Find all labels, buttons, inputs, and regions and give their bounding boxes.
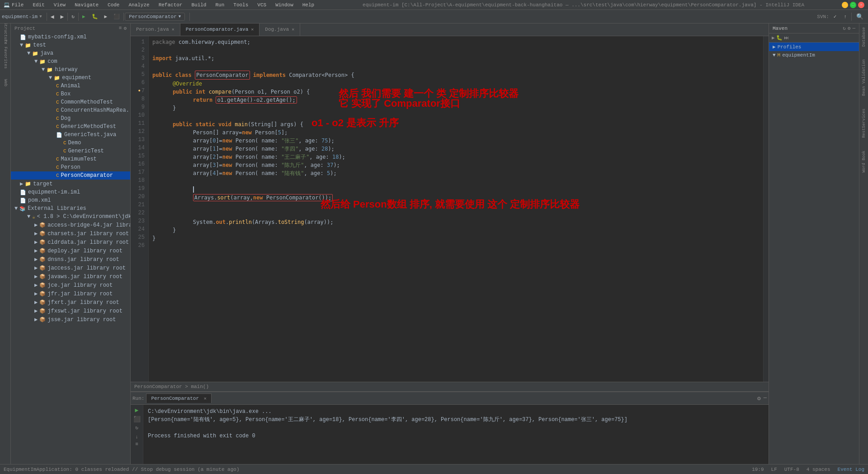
maven-debug-icon[interactable]: 🐛 — [776, 35, 783, 41]
sidebar-item-mybatis[interactable]: 📄 mybatis-config.xml — [11, 33, 130, 41]
maven-collapse-icon[interactable]: — — [852, 25, 855, 31]
run-play-icon[interactable]: ▶ — [135, 407, 139, 414]
sidebar-item-java[interactable]: ▼ 📁 java — [11, 49, 130, 57]
run-restart-icon[interactable]: ↻ — [135, 425, 138, 431]
close-button[interactable]: ✕ — [858, 2, 864, 8]
menu-help[interactable]: Help — [301, 1, 316, 9]
menu-vcs[interactable]: VCS — [255, 1, 268, 9]
rest-services-tab[interactable]: RestServices — [862, 109, 866, 138]
tab-person-close[interactable]: ✕ — [172, 27, 175, 32]
sidebar-item-person[interactable]: C Person — [11, 163, 130, 171]
menu-analyze[interactable]: Analyze — [127, 1, 151, 9]
run-config-selector[interactable]: PersonComparator ▼ — [125, 13, 185, 21]
menu-file[interactable]: File — [10, 1, 25, 9]
menu-view[interactable]: View — [52, 1, 67, 9]
menu-navigate[interactable]: Navigate — [73, 1, 100, 9]
sidebar-item-hierway[interactable]: ▼ 📁 hierway — [11, 66, 130, 74]
sidebar-item-maximumtest[interactable]: C MaximumTest — [11, 155, 130, 163]
sidebar-item-com[interactable]: ▼ 📁 com — [11, 57, 130, 66]
toolbar-forward[interactable]: ▶ — [57, 12, 66, 22]
sidebar-label-dnsns: dnsns.jar library root — [47, 256, 119, 263]
sidebar-item-concurrenthashmap[interactable]: C ConcurrentHashMapRea... — [11, 106, 130, 114]
word-book-tab[interactable]: Word Book — [862, 151, 866, 173]
sidebar-item-iml[interactable]: 📄 equipment-im.iml — [11, 188, 130, 196]
toolbar-coverage[interactable]: ▶ — [102, 12, 110, 21]
sidebar-item-target[interactable]: ▶ 📁 target — [11, 180, 130, 188]
sidebar-item-jce[interactable]: ▶ 📦 jce.jar library root — [11, 281, 130, 289]
menu-tools[interactable]: Tools — [231, 1, 250, 9]
sidebar-item-equipment[interactable]: ▼ 📁 equipment — [11, 74, 130, 82]
menu-refactor[interactable]: Refactor — [157, 1, 184, 9]
toolbar-debug[interactable]: 🐛 — [89, 12, 101, 21]
code-scrollbar[interactable] — [763, 36, 769, 382]
tab-dog-java[interactable]: Dog.java ✕ — [259, 24, 300, 36]
maximize-button[interactable]: □ — [850, 2, 856, 8]
run-config-tab[interactable]: PersonComparator ✕ — [146, 393, 211, 403]
tab-person-java[interactable]: Person.java ✕ — [131, 24, 180, 36]
sidebar-item-commonmethodtest[interactable]: C CommonMethodTest — [11, 98, 130, 106]
tab-dog-close[interactable]: ✕ — [292, 27, 294, 32]
sidebar-item-jfxswt[interactable]: ▶ 📦 jfxswt.jar library root — [11, 307, 130, 315]
maven-settings-icon[interactable]: ⚙ — [848, 25, 851, 31]
sidebar-item-jdk18[interactable]: ▼ ☕ < 1.8 > C:\devEnvironment\jdk — [11, 213, 130, 221]
maven-equipment-item[interactable]: ▼ M equipmentIm — [769, 51, 859, 59]
code-editor[interactable]: 1 2 3 4 5 6 ●7 8 9 10 11 12 13 14 15 16 — [131, 36, 769, 382]
run-tab-close[interactable]: ✕ — [204, 396, 207, 401]
sidebar-item-generictest-file[interactable]: 📄 GenericTest.java — [11, 131, 130, 139]
event-log-link[interactable]: Event Log — [838, 467, 864, 472]
sidebar-item-cldrdata[interactable]: ▶ 📦 cldrdata.jar library root — [11, 238, 130, 246]
menu-run[interactable]: Run — [213, 1, 226, 9]
sidebar-item-pom[interactable]: 📄 pom.xml — [11, 196, 130, 204]
toolbar-svn-commit[interactable]: ↑ — [841, 13, 849, 21]
sidebar-item-personcomparator[interactable]: C PersonComparator — [11, 171, 130, 180]
sidebar-item-jaccess[interactable]: ▶ 📦 jaccess.jar library root — [11, 264, 130, 272]
sidebar-item-javaws[interactable]: ▶ 📦 javaws.jar library root — [11, 272, 130, 281]
sidebar-item-jsse[interactable]: ▶ 📦 jsse.jar library root — [11, 315, 130, 324]
sidebar-item-test[interactable]: ▼ 📁 test — [11, 41, 130, 49]
maven-profiles-item[interactable]: ▶ Profiles — [769, 43, 859, 51]
maven-refresh-icon[interactable]: ↻ — [843, 25, 846, 31]
menu-window[interactable]: Window — [274, 1, 295, 9]
toolbar-stop[interactable]: ⬛ — [111, 12, 123, 21]
maven-skip-icon[interactable]: ⏭ — [784, 35, 789, 41]
sidebar-item-dog[interactable]: C Dog — [11, 114, 130, 123]
code-content[interactable]: 然后 我们需要 建一个 类 定制排序比较器 它 实现了 Comparator接口… — [149, 36, 763, 382]
sidebar-item-dnsns[interactable]: ▶ 📦 dnsns.jar library root — [11, 255, 130, 264]
run-settings-icon[interactable]: ⚙ — [757, 395, 761, 402]
run-stop-icon[interactable]: ⬛ — [133, 416, 141, 423]
structure-icon[interactable]: 2: Structure — [1, 25, 9, 33]
menu-code[interactable]: Code — [106, 1, 121, 9]
run-tree-icon[interactable]: ≡ — [135, 441, 138, 447]
tab-personcomparator-close[interactable]: ✕ — [251, 27, 254, 32]
maven-run-icon[interactable]: ▶ — [772, 35, 775, 41]
run-minimize-icon[interactable]: — — [764, 395, 767, 402]
minimize-button[interactable]: — — [842, 2, 848, 8]
web-icon[interactable]: Web — [1, 79, 9, 87]
sidebar-item-deploy[interactable]: ▶ 📦 deploy.jar library root — [11, 246, 130, 255]
toolbar-refresh[interactable]: ↻ — [69, 12, 77, 21]
favorites-icon[interactable]: 2: Favorites — [1, 50, 9, 58]
sidebar-item-jfxrt[interactable]: ▶ 📦 jfxrt.jar library root — [11, 298, 130, 307]
project-selector[interactable]: equipment-im — [2, 14, 38, 19]
toolbar-search[interactable]: 🔍 — [854, 12, 866, 22]
tab-personcomparator-java[interactable]: PersonComparator.java ✕ — [180, 24, 260, 36]
settings-gear-icon[interactable]: ⚙ — [123, 25, 127, 31]
toolbar-svn-update[interactable]: ✓ — [831, 12, 840, 21]
menu-edit[interactable]: Edit — [31, 1, 46, 9]
collapse-all-icon[interactable]: ≡ — [119, 25, 122, 31]
menu-build[interactable]: Build — [189, 1, 208, 9]
run-scroll-end-icon[interactable]: ↓ — [135, 434, 138, 440]
toolbar-back[interactable]: ◀ — [48, 12, 57, 22]
bean-validation-tab[interactable]: Bean Validation — [862, 59, 866, 96]
sidebar-item-access-bridge[interactable]: ▶ 📦 access-bridge-64.jar library root — [11, 221, 130, 229]
sidebar-item-box[interactable]: C Box — [11, 90, 130, 98]
sidebar-item-charsets[interactable]: ▶ 📦 charsets.jar library root — [11, 229, 130, 238]
sidebar-item-generictest2[interactable]: C GenericTest — [11, 147, 130, 155]
database-tab[interactable]: Database — [862, 27, 866, 47]
sidebar-item-animal[interactable]: C Animal — [11, 82, 130, 90]
toolbar-run[interactable]: ▶ — [80, 12, 88, 21]
sidebar-item-genericmethodtest[interactable]: C GenericMethodTest — [11, 123, 130, 131]
sidebar-item-external-libs[interactable]: ▼ 📚 External Libraries — [11, 204, 130, 213]
sidebar-item-demo[interactable]: C Demo — [11, 139, 130, 147]
sidebar-item-jfr[interactable]: ▶ 📦 jfr.jar library root — [11, 289, 130, 298]
